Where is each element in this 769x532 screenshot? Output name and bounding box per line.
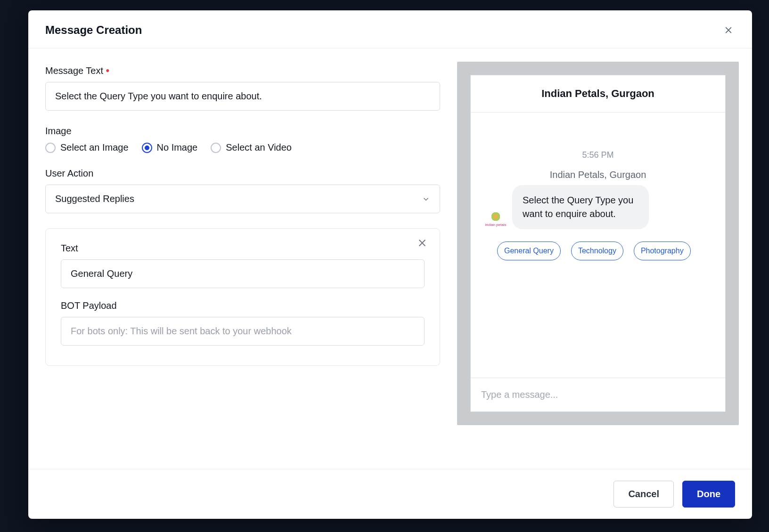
- modal-footer: Cancel Done: [28, 469, 752, 519]
- image-radio-row: Select an Image No Image Select an Video: [45, 142, 440, 153]
- user-action-value: Suggested Replies: [55, 193, 134, 204]
- user-action-label: User Action: [45, 168, 440, 179]
- preview-frame: Indian Petals, Gurgaon 5:56 PM Indian Pe…: [457, 62, 739, 425]
- avatar-label: indian petals: [485, 223, 507, 227]
- cancel-button[interactable]: Cancel: [614, 481, 674, 508]
- preview-column: Indian Petals, Gurgaon 5:56 PM Indian Pe…: [457, 48, 752, 469]
- preview-chips: General Query Technology Photography: [482, 242, 714, 260]
- reply-payload-group: BOT Payload: [61, 300, 425, 346]
- image-group: Image Select an Image No Image Select an…: [45, 126, 440, 153]
- reply-payload-label: BOT Payload: [61, 300, 425, 311]
- reply-text-group: Text: [61, 243, 425, 288]
- remove-reply-button[interactable]: [416, 237, 428, 250]
- message-text-group: Message Text •: [45, 65, 440, 111]
- image-label: Image: [45, 126, 440, 137]
- user-action-select[interactable]: Suggested Replies: [45, 185, 440, 213]
- preview-header: Indian Petals, Gurgaon: [471, 75, 725, 113]
- radio-select-video[interactable]: Select an Video: [211, 142, 292, 153]
- message-text-input[interactable]: [45, 82, 440, 111]
- suggested-reply-card: Text BOT Payload: [45, 228, 440, 366]
- preview-message-row: indian petals Select the Query Type you …: [482, 185, 714, 229]
- avatar: indian petals: [482, 209, 509, 229]
- radio-select-image[interactable]: Select an Image: [45, 142, 129, 153]
- preview-inner: Indian Petals, Gurgaon 5:56 PM Indian Pe…: [470, 75, 726, 412]
- chip-technology[interactable]: Technology: [571, 242, 623, 260]
- form-column: Message Text • Image Select an Image No …: [28, 48, 457, 469]
- close-icon: [417, 238, 427, 248]
- preview-input-placeholder: Type a message...: [471, 378, 725, 411]
- avatar-icon: [491, 211, 501, 222]
- preview-time: 5:56 PM: [482, 150, 714, 160]
- required-indicator: •: [106, 64, 110, 76]
- modal-title: Message Creation: [45, 24, 142, 37]
- preview-chat: 5:56 PM Indian Petals, Gurgaon indian pe…: [471, 113, 725, 378]
- radio-label: Select an Video: [226, 142, 292, 153]
- reply-payload-input[interactable]: [61, 317, 425, 346]
- radio-icon: [45, 143, 56, 153]
- reply-text-input[interactable]: [61, 259, 425, 288]
- close-icon: [724, 25, 733, 35]
- modal-header: Message Creation: [28, 10, 752, 48]
- preview-bubble: Select the Query Type you want to enquir…: [512, 185, 649, 229]
- message-creation-modal: Message Creation Message Text • Image Se…: [28, 10, 752, 519]
- radio-label: Select an Image: [60, 142, 129, 153]
- reply-text-label: Text: [61, 243, 425, 254]
- chip-photography[interactable]: Photography: [634, 242, 691, 260]
- done-button[interactable]: Done: [682, 481, 735, 508]
- radio-no-image[interactable]: No Image: [142, 142, 198, 153]
- close-button[interactable]: [722, 24, 735, 37]
- radio-label: No Image: [157, 142, 198, 153]
- radio-icon: [142, 143, 152, 153]
- message-text-label-text: Message Text: [45, 65, 103, 76]
- modal-body: Message Text • Image Select an Image No …: [28, 48, 752, 469]
- user-action-group: User Action Suggested Replies: [45, 168, 440, 213]
- message-text-label: Message Text •: [45, 65, 440, 76]
- radio-icon: [211, 143, 221, 153]
- preview-sender: Indian Petals, Gurgaon: [482, 169, 714, 180]
- chip-general-query[interactable]: General Query: [497, 242, 561, 260]
- chevron-down-icon: [422, 195, 430, 203]
